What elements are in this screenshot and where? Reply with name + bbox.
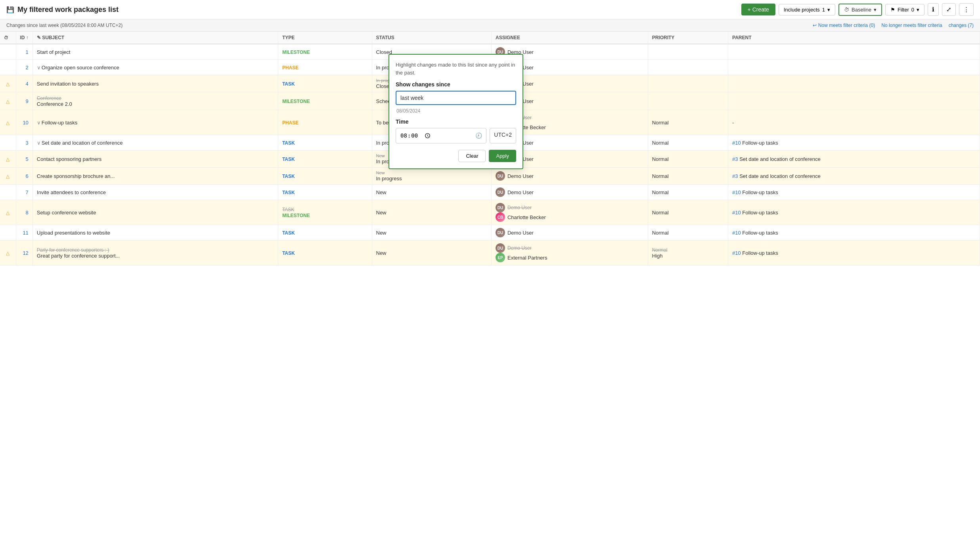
col-type[interactable]: TYPE bbox=[278, 32, 372, 44]
parent-link[interactable]: #10 bbox=[732, 230, 741, 236]
time-input[interactable] bbox=[400, 132, 432, 140]
more-button[interactable]: ⋮ bbox=[959, 3, 974, 16]
assignee-current-row: CB Charlotte Becker bbox=[496, 212, 644, 222]
type-cell: TASK bbox=[278, 225, 372, 241]
parent-link[interactable]: #10 bbox=[732, 250, 741, 256]
id-link[interactable]: 8 bbox=[26, 210, 29, 216]
info-button[interactable]: ℹ bbox=[928, 3, 939, 16]
expand-icon[interactable]: ∨ bbox=[37, 65, 41, 71]
id-link[interactable]: 11 bbox=[23, 230, 28, 236]
status-cell: New bbox=[372, 200, 491, 225]
id-link[interactable]: 10 bbox=[23, 120, 28, 126]
type-cell: TASK bbox=[278, 75, 372, 92]
parent-text: Follow-up tasks bbox=[742, 210, 778, 216]
include-projects-button[interactable]: Include projects 1 ▾ bbox=[779, 4, 835, 15]
priority-cell: NormalHigh bbox=[648, 241, 728, 265]
filter-button[interactable]: ⚑ Filter 0 ▾ bbox=[885, 4, 924, 15]
priority-cell: Normal bbox=[648, 225, 728, 241]
expand-icon[interactable]: ∨ bbox=[37, 140, 41, 146]
parent-link[interactable]: #3 bbox=[732, 156, 738, 162]
id-cell[interactable]: 12 bbox=[16, 241, 33, 265]
col-subject[interactable]: ✎ SUBJECT bbox=[33, 32, 278, 44]
id-link[interactable]: 9 bbox=[26, 98, 29, 104]
expand-button[interactable]: ⤢ bbox=[942, 3, 956, 16]
priority-cell bbox=[648, 92, 728, 110]
priority-cell: Normal bbox=[648, 200, 728, 225]
clear-button[interactable]: Clear bbox=[458, 150, 486, 162]
id-link[interactable]: 7 bbox=[26, 189, 29, 195]
parent-text: Follow-up tasks bbox=[742, 250, 778, 256]
subject-cell: Send invitation to speakers bbox=[33, 75, 278, 92]
delta-cell bbox=[0, 225, 16, 241]
baseline-date-shown: 08/05/2024 bbox=[396, 108, 516, 114]
status-old: New bbox=[376, 170, 487, 175]
since-select[interactable]: last week last month last year custom da… bbox=[396, 91, 516, 105]
parent-link[interactable]: #10 bbox=[732, 210, 741, 216]
id-cell[interactable]: 2 bbox=[16, 60, 33, 75]
no-longer-meets-link[interactable]: No longer meets filter criteria bbox=[881, 23, 942, 28]
col-assignee[interactable]: ASSIGNEE bbox=[491, 32, 648, 44]
id-link[interactable]: 6 bbox=[26, 173, 29, 179]
parent-link[interactable]: #3 bbox=[732, 173, 738, 179]
assignee-name: External Partners bbox=[507, 255, 547, 261]
delta-cell: △ bbox=[0, 110, 16, 135]
priority-old: Normal bbox=[652, 247, 668, 253]
apply-button[interactable]: Apply bbox=[489, 150, 516, 162]
delta-cell: △ bbox=[0, 168, 16, 185]
id-cell[interactable]: 3 bbox=[16, 135, 33, 151]
assignee-cell: DU Demo User CB Charlotte Becker bbox=[491, 200, 648, 225]
delta-cell: △ bbox=[0, 151, 16, 168]
type-value: PHASE bbox=[282, 120, 299, 126]
id-cell[interactable]: 8 bbox=[16, 200, 33, 225]
type-value: MILESTONE bbox=[282, 99, 310, 104]
id-link[interactable]: 3 bbox=[26, 140, 29, 146]
baseline-popup-desc: Highlight changes made to this list sinc… bbox=[396, 61, 516, 76]
col-status[interactable]: STATUS bbox=[372, 32, 491, 44]
subject-text: Follow-up tasks bbox=[42, 120, 77, 126]
changes-count-link[interactable]: changes (7) bbox=[949, 23, 974, 28]
parent-cell bbox=[728, 44, 980, 60]
subject-text: Organize open source conference bbox=[42, 65, 119, 71]
id-cell[interactable]: 11 bbox=[16, 225, 33, 241]
baseline-button[interactable]: ⏱ Baseline ▾ bbox=[838, 4, 882, 16]
create-button[interactable]: + Create bbox=[741, 4, 775, 15]
id-cell[interactable]: 10 bbox=[16, 110, 33, 135]
id-link[interactable]: 4 bbox=[26, 81, 29, 87]
id-link[interactable]: 5 bbox=[26, 156, 29, 162]
avatar-old: DU bbox=[496, 203, 505, 212]
type-value: MILESTONE bbox=[282, 213, 310, 218]
avatar: CB bbox=[496, 212, 505, 222]
filter-icon: ⚑ bbox=[890, 7, 895, 13]
time-input-wrapper: 🕗 bbox=[396, 128, 486, 143]
col-parent[interactable]: PARENT bbox=[728, 32, 980, 44]
id-cell[interactable]: 4 bbox=[16, 75, 33, 92]
col-priority[interactable]: PRIORITY bbox=[648, 32, 728, 44]
subject-cell: Contact sponsoring partners bbox=[33, 151, 278, 168]
type-value: TASK bbox=[282, 81, 295, 87]
baseline-chevron-icon: ▾ bbox=[874, 7, 877, 13]
id-cell[interactable]: 9 bbox=[16, 92, 33, 110]
type-old: TASK bbox=[282, 207, 294, 212]
delta-icon: △ bbox=[6, 81, 10, 87]
id-cell[interactable]: 1 bbox=[16, 44, 33, 60]
id-link[interactable]: 2 bbox=[26, 65, 29, 71]
expand-icon[interactable]: ∨ bbox=[37, 120, 41, 126]
type-value: TASK bbox=[282, 174, 295, 179]
parent-link[interactable]: #10 bbox=[732, 140, 741, 146]
parent-text: Follow-up tasks bbox=[742, 230, 778, 236]
id-cell[interactable]: 6 bbox=[16, 168, 33, 185]
id-link[interactable]: 12 bbox=[23, 250, 28, 256]
col-id[interactable]: ID ↑ bbox=[16, 32, 33, 44]
subject-text: Contact sponsoring partners bbox=[37, 156, 101, 162]
id-link[interactable]: 1 bbox=[26, 49, 29, 55]
assignee-name: Demo User bbox=[507, 189, 534, 195]
now-meets-link[interactable]: ↩ Now meets filter criteria (0) bbox=[813, 23, 875, 28]
parent-link[interactable]: #10 bbox=[732, 189, 741, 195]
work-packages-table-container: ⏱ ID ↑ ✎ SUBJECT TYPE STATUS ASSIGNEE PR… bbox=[0, 32, 980, 265]
subject-cell: ∨Organize open source conference bbox=[33, 60, 278, 75]
delta-icon: △ bbox=[6, 250, 10, 256]
id-cell[interactable]: 7 bbox=[16, 185, 33, 200]
status-cell: New bbox=[372, 241, 491, 265]
id-cell[interactable]: 5 bbox=[16, 151, 33, 168]
assignee-current-row: DU Demo User bbox=[496, 187, 644, 197]
